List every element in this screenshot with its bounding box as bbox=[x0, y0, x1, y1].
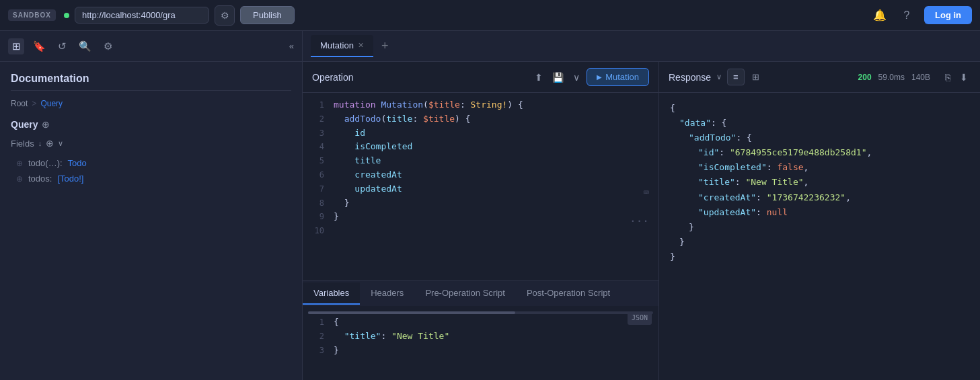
sidebar-icon-grid[interactable]: ⊞ bbox=[8, 38, 24, 54]
tab-mutation-label: Mutation bbox=[320, 40, 354, 50]
field-expand-icon-todos: ⊕ bbox=[16, 174, 23, 184]
sidebar-content: Documentation Root > Query Query ⊕ Field… bbox=[0, 62, 302, 380]
status-dot bbox=[64, 13, 69, 18]
view-toggle: ≡ ⊞ bbox=[727, 69, 765, 85]
field-item-todos[interactable]: ⊕ todos: [Todo!] bbox=[11, 171, 291, 186]
topbar-right: 🔔 ? Log in bbox=[870, 6, 972, 25]
response-actions: ⎘ ⬇ bbox=[942, 69, 971, 85]
field-name-todos: todos: bbox=[28, 174, 52, 184]
sidebar-toolbar: ⊞ 🔖 ↺ 🔍 ⚙ « bbox=[0, 31, 302, 62]
editor-area: Operation ⬆ 💾 ∨ ▶ Mutation 1 bbox=[303, 62, 980, 380]
login-button[interactable]: Log in bbox=[924, 6, 972, 24]
topbar: SANDBOX http://localhost:4000/gra ⚙ Publ… bbox=[0, 0, 980, 31]
copy-response-button[interactable]: ⎘ bbox=[942, 69, 953, 85]
add-field-button[interactable]: ⊕ bbox=[46, 138, 54, 149]
code-line-9: 9 } bbox=[303, 210, 658, 224]
fields-header: Fields ↓ ⊕ ∨ bbox=[11, 138, 291, 149]
query-section-title: Query bbox=[11, 119, 38, 130]
field-expand-icon: ⊕ bbox=[16, 159, 23, 168]
code-line-7: 7 updatedAt bbox=[303, 182, 658, 196]
run-mutation-button[interactable]: ▶ Mutation bbox=[587, 68, 649, 86]
play-icon: ▶ bbox=[597, 73, 602, 81]
code-line-10: 10 bbox=[303, 224, 658, 238]
var-line-3: 3 } bbox=[303, 344, 658, 358]
btab-headers[interactable]: Headers bbox=[360, 282, 414, 305]
sidebar-collapse-button[interactable]: « bbox=[289, 41, 294, 51]
fields-expand-icon[interactable]: ∨ bbox=[58, 139, 63, 148]
sidebar-icon-history[interactable]: ↺ bbox=[54, 38, 70, 54]
download-response-button[interactable]: ⬇ bbox=[957, 69, 971, 85]
response-chevron-icon[interactable]: ∨ bbox=[716, 73, 722, 81]
sidebar: ⊞ 🔖 ↺ 🔍 ⚙ « Documentation Root > Query Q… bbox=[0, 31, 303, 380]
keyboard-icon: ⌨ bbox=[644, 185, 649, 200]
operation-header-actions: ⬆ 💾 ∨ ▶ Mutation bbox=[532, 68, 649, 86]
right-panel: Mutation ✕ + Operation ⬆ 💾 ∨ ▶ Mutation bbox=[303, 31, 980, 380]
response-time: 59.0ms bbox=[878, 73, 905, 82]
sidebar-icon-search[interactable]: 🔍 bbox=[77, 38, 93, 54]
response-size: 140B bbox=[911, 73, 930, 82]
grid-view-button[interactable]: ⊞ bbox=[746, 69, 765, 85]
tabs-bar: Mutation ✕ + bbox=[303, 31, 980, 62]
code-line-5: 5 title bbox=[303, 154, 658, 168]
fields-label: Fields bbox=[11, 139, 34, 149]
field-type-todos: [Todo!] bbox=[57, 174, 83, 184]
breadcrumb-root[interactable]: Root bbox=[11, 99, 28, 108]
doc-title: Documentation bbox=[11, 73, 291, 91]
add-query-button[interactable]: ⊕ bbox=[42, 119, 50, 130]
sidebar-icon-settings[interactable]: ⚙ bbox=[100, 38, 116, 54]
url-bar[interactable]: http://localhost:4000/gra bbox=[75, 7, 209, 24]
variables-editor[interactable]: JSON 1 { 2 "title": "New Title" 3 } bbox=[303, 306, 658, 380]
code-line-4: 4 isCompleted bbox=[303, 140, 658, 154]
code-line-1: 1 mutation Mutation($title: String!) { bbox=[303, 98, 658, 112]
fields-sort-icon[interactable]: ↓ bbox=[38, 139, 42, 147]
breadcrumb-current[interactable]: Query bbox=[40, 99, 63, 108]
list-view-button[interactable]: ≡ bbox=[727, 69, 745, 85]
btab-pre-operation[interactable]: Pre-Operation Script bbox=[414, 282, 516, 305]
code-line-3: 3 id bbox=[303, 126, 658, 141]
notifications-button[interactable]: 🔔 bbox=[870, 6, 889, 25]
field-name-todo: todo(…): bbox=[28, 158, 63, 168]
tab-mutation[interactable]: Mutation ✕ bbox=[311, 35, 373, 57]
tab-close-icon[interactable]: ✕ bbox=[358, 41, 364, 50]
response-header: Response ∨ ≡ ⊞ 200 59.0ms 140B ⎘ ⬇ bbox=[659, 62, 980, 93]
breadcrumb: Root > Query bbox=[11, 99, 291, 108]
status-code: 200 bbox=[858, 73, 872, 82]
code-line-8: 8 } bbox=[303, 196, 658, 211]
operation-title: Operation bbox=[312, 72, 353, 83]
response-title: Response bbox=[669, 72, 711, 83]
settings-button[interactable]: ⚙ bbox=[215, 5, 235, 26]
json-badge: JSON bbox=[628, 311, 652, 325]
run-label: Mutation bbox=[605, 72, 639, 82]
field-item-todo[interactable]: ⊕ todo(…): Todo bbox=[11, 155, 291, 171]
code-editor[interactable]: 1 mutation Mutation($title: String!) { 2… bbox=[303, 93, 658, 280]
main-layout: ⊞ 🔖 ↺ 🔍 ⚙ « Documentation Root > Query Q… bbox=[0, 31, 980, 380]
breadcrumb-separator: > bbox=[32, 99, 36, 108]
operation-header: Operation ⬆ 💾 ∨ ▶ Mutation bbox=[303, 62, 658, 93]
btab-variables[interactable]: Variables bbox=[303, 282, 360, 305]
sandbox-badge: SANDBOX bbox=[8, 9, 56, 21]
operation-panel: Operation ⬆ 💾 ∨ ▶ Mutation 1 bbox=[303, 62, 659, 380]
sidebar-icon-bookmark[interactable]: 🔖 bbox=[31, 38, 47, 54]
field-type-todo: Todo bbox=[68, 158, 87, 168]
share-button[interactable]: ⬆ bbox=[532, 69, 545, 85]
bottom-tabs: Variables Headers Pre-Operation Script P… bbox=[303, 280, 658, 306]
code-line-2: 2 addTodo(title: $title) { bbox=[303, 112, 658, 126]
response-stats: 200 59.0ms 140B bbox=[858, 73, 930, 82]
response-content: { "data": { "addTodo": { "id": "6784955c… bbox=[659, 93, 980, 380]
chevron-down-button[interactable]: ∨ bbox=[570, 69, 582, 85]
query-section-header: Query ⊕ bbox=[11, 119, 291, 130]
response-panel: Response ∨ ≡ ⊞ 200 59.0ms 140B ⎘ ⬇ bbox=[659, 62, 980, 380]
tab-add-button[interactable]: + bbox=[376, 36, 394, 56]
more-options-icon[interactable]: ··· bbox=[630, 213, 649, 230]
btab-post-operation[interactable]: Post-Operation Script bbox=[516, 282, 621, 305]
publish-button[interactable]: Publish bbox=[240, 6, 295, 24]
code-line-6: 6 createdAt bbox=[303, 168, 658, 182]
save-button[interactable]: 💾 bbox=[550, 69, 566, 85]
var-line-1: 1 { bbox=[303, 315, 658, 330]
var-line-2: 2 "title": "New Title" bbox=[303, 330, 658, 344]
help-button[interactable]: ? bbox=[897, 6, 916, 25]
